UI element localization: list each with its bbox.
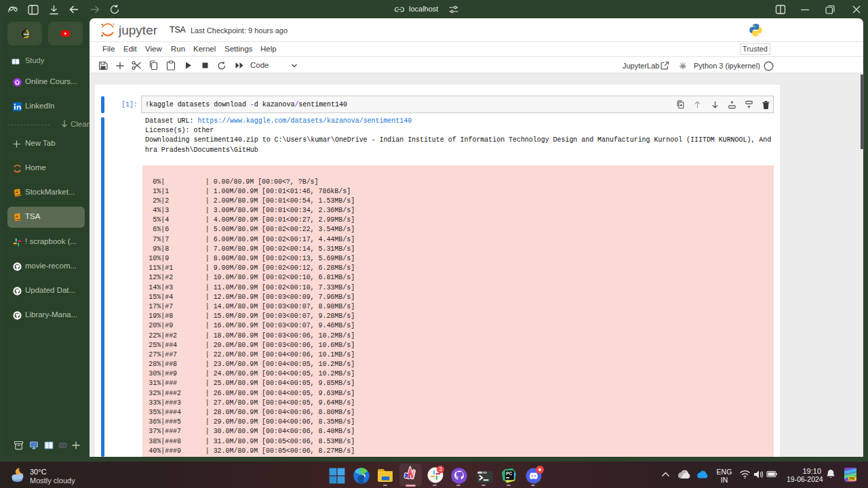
svg-text:PC: PC: [506, 471, 512, 476]
svg-text:PRI: PRI: [850, 477, 855, 481]
